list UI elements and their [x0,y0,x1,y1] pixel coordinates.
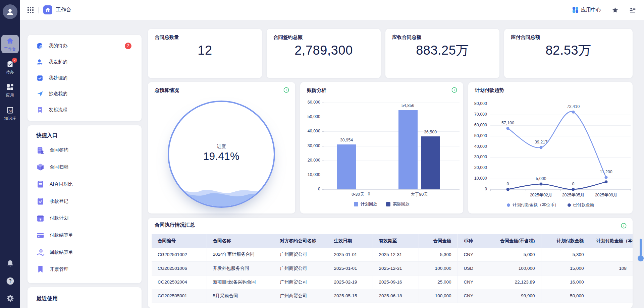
table-header-row: 合同编号合同名称对方签约公司名称生效日期有效期至合同金额币种合同金额(不含税)计… [152,234,633,248]
quick-entry-title: 快捷入口 [36,132,133,139]
table-row[interactable]: CG202501006开发外包服务合同广州商贸公司2025-01-012025-… [152,261,633,275]
stat-card-4: 应付合同总额82.53万 [504,29,633,78]
table-cell [590,248,633,261]
y-tickmark [322,103,324,103]
quick-entry-5[interactable]: ¥付款计划 [36,212,133,224]
quick-entry-4[interactable]: 收款登记 [36,196,133,207]
table-cell: 新项目it设备采购合同 [207,275,274,289]
y-axis-tick: 0 [300,187,320,191]
legend-swatch [568,203,571,207]
menu-item-3[interactable]: 我处理的 [36,73,133,83]
quick-entry-1[interactable]: 合同签约 [36,144,133,156]
table-cell: 2025-01-01 [328,248,373,261]
legend-item[interactable]: 已付款金额 [568,202,594,208]
quick-entry-7[interactable]: ¥回款结算单 [36,247,133,258]
sidebar-item-3[interactable]: 应用 [1,81,19,100]
ai-compare-icon [36,180,45,188]
topbar-actions: 应用中心 [572,7,644,13]
app-center-button[interactable]: 应用中心 [572,7,601,13]
table-cell: 2025-12-31 [373,261,419,275]
y-axis-line [324,103,324,189]
sidebar-item-2[interactable]: 2待办 [1,58,19,76]
payment-plan-icon: ¥ [36,214,45,223]
bell-icon[interactable] [6,259,14,268]
table-cell: 2025-01-01 [328,261,373,275]
trend-lines [490,104,631,193]
legend-item[interactable]: 计划付款金额（本位币） [507,202,559,208]
wave-decoration [169,181,274,207]
gear-icon[interactable] [6,294,14,303]
table-cell: 15,000 [541,261,590,275]
sidebar-item-4[interactable]: AI知识库 [1,104,19,123]
y-axis-tick: 40,000 [468,144,487,149]
quick-entry-panel: 快捷入口 合同签约合同归档AI合同对比收款登记¥付款计划付款结算单¥回款结算单开… [28,125,142,283]
table-row[interactable]: CG202502004新项目it设备采购合同广州商贸公司2025-02-1920… [152,275,633,289]
scrollbar-knob[interactable] [638,255,644,261]
info-icon[interactable]: i [283,87,289,93]
contract-table-wrap: 合同编号合同名称对方签约公司名称生效日期有效期至合同金额币种合同金额(不含税)计… [152,234,633,303]
quick-entry-6[interactable]: 付款结算单 [36,230,133,241]
table-cell: 2025-02-19 [328,275,373,289]
legend-label: 计划回款 [361,201,377,207]
stat-value: 883.25万 [385,44,499,57]
y-tickmark [322,146,324,146]
rail-bottom: ? [0,259,20,303]
payment-statement-icon [36,231,45,240]
table-row[interactable]: CG2025010022024年审计服务合同广州商贸公司2025-01-0120… [152,248,633,261]
menu-item-5[interactable]: 发起流程 [36,105,133,115]
quick-entry-label: 开票管理 [50,266,68,272]
scrollbar-thumb[interactable] [640,239,642,256]
menu-item-1[interactable]: 我的待办2 [36,41,133,51]
svg-text:AI: AI [9,109,12,112]
sidebar-item-label: 应用 [6,93,14,98]
budget-liquid-gauge: 进度 19.41% [168,101,275,208]
table-cell: CG202502004 [152,275,207,289]
y-axis-tick: 10,000 [468,176,487,181]
legend-item[interactable]: 实际回款 [386,201,410,207]
stat-card-3: 应收合同总额883.25万 [385,29,499,78]
header-cell: 计划付款金额（本位 [590,234,633,248]
table-cell: 2025-05-15 [328,289,373,303]
contact-card-icon[interactable] [629,7,636,13]
contract-table: 合同编号合同名称对方签约公司名称生效日期有效期至合同金额币种合同金额(不含税)计… [152,234,633,303]
table-cell: 5,000 [491,248,541,261]
quick-entry-3[interactable]: AI合同对比 [36,179,133,190]
header-cell: 合同金额 [419,234,458,248]
menu-item-4[interactable]: 抄送我的 [36,88,133,99]
header-cell: 合同名称 [207,234,274,248]
help-icon[interactable]: ? [6,277,14,285]
legend-swatch [386,202,390,206]
menu-item-2[interactable]: 我发起的 [36,57,133,67]
workbench-home-icon[interactable] [43,5,52,14]
y-axis-tick: 10,000 [300,172,320,177]
quick-entry-2[interactable]: 合同归档 [36,162,133,173]
table-cell: 108 [590,261,633,275]
my-todo-icon [36,42,44,50]
menu-item-label: 我的待办 [49,43,67,49]
recent-panel: 最近使用 [28,287,142,308]
menu-item-label: 抄送我的 [49,91,67,97]
table-cell: 开发外包服务合同 [207,261,274,275]
header-cell: 合同编号 [152,234,207,248]
table-cell: USD [458,261,491,275]
y-tickmark [322,175,324,175]
svg-text:¥: ¥ [40,249,42,253]
recent-title: 最近使用 [36,295,133,302]
quick-entry-8[interactable]: 开票管理 [36,264,133,275]
menu-item-label: 我发起的 [49,59,67,65]
invoice-icon [36,265,45,273]
svg-text:i: i [623,224,624,228]
user-avatar[interactable] [3,4,17,19]
header-cell: 生效日期 [328,234,373,248]
star-icon[interactable] [612,7,619,13]
menu-item-label: 发起流程 [49,107,67,113]
table-row[interactable]: CG2025050015月采购合同广州商贸公司2025-05-152025-06… [152,289,633,303]
waffle-menu-icon[interactable] [28,7,34,13]
y-axis-tick: 70,000 [468,112,487,117]
info-icon[interactable]: i [621,223,627,229]
table-cell: 5,300 [419,248,458,261]
legend-item[interactable]: 计划回款 [354,201,377,207]
info-icon[interactable]: i [451,87,457,93]
sidebar-item-1[interactable]: 工作台 [1,35,19,53]
bar-实际回款 [421,136,440,189]
